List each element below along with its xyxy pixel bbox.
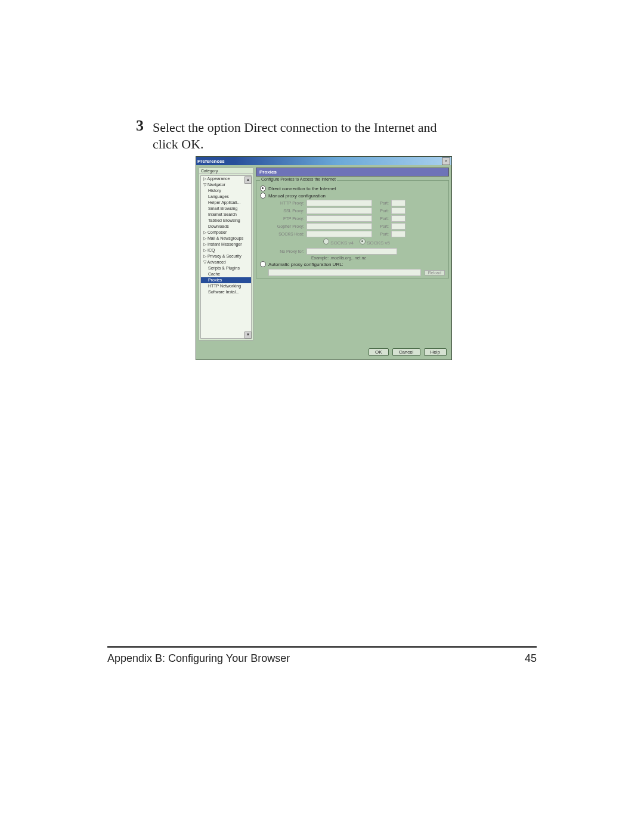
ftp-port-input[interactable] bbox=[391, 215, 405, 222]
step-text-d: OK bbox=[181, 137, 200, 151]
fieldset-legend: Configure Proxies to Access the Internet bbox=[260, 177, 337, 181]
socks-proxy-row: SOCKS Host: Port: bbox=[268, 231, 445, 237]
radio-direct-label: Direct connection to the Internet bbox=[268, 186, 336, 191]
close-button[interactable]: × bbox=[442, 157, 450, 165]
step-text: Select the option Direct connection to t… bbox=[153, 119, 463, 153]
radio-icon[interactable] bbox=[260, 261, 266, 267]
instruction-block: 3 Select the option Direct connection to… bbox=[153, 119, 463, 153]
http-port-input[interactable] bbox=[391, 200, 405, 206]
gopher-proxy-row: Gopher Proxy: Port: bbox=[268, 223, 445, 230]
ftp-proxy-row: FTP Proxy: Port: bbox=[268, 215, 445, 222]
tree-item[interactable]: Smart Browsing bbox=[201, 206, 251, 212]
http-proxy-label: HTTP Proxy: bbox=[268, 201, 304, 205]
tree-item[interactable]: HTTP Networking bbox=[201, 283, 251, 289]
port-label: Port: bbox=[374, 209, 389, 213]
panel-title: Proxies bbox=[256, 168, 449, 176]
ftp-proxy-input[interactable] bbox=[306, 215, 372, 222]
scroll-down-icon[interactable]: ▼ bbox=[244, 332, 252, 339]
ssl-proxy-row: SSL Proxy: Port: bbox=[268, 208, 445, 214]
example-text: Example: .mozilla.org, .net.nz bbox=[311, 256, 445, 260]
socks-v4-label: SOCKS v4 bbox=[330, 240, 354, 246]
dialog-buttons: OK Cancel Help bbox=[369, 348, 447, 356]
footer-left: Appendix B: Configuring Your Browser bbox=[107, 652, 290, 665]
tree-item[interactable]: Downloads bbox=[201, 224, 251, 230]
radio-direct-row[interactable]: Direct connection to the Internet bbox=[260, 185, 445, 191]
tree-item[interactable]: Software Instal... bbox=[201, 289, 251, 295]
noproxy-input[interactable] bbox=[306, 248, 397, 255]
reload-button[interactable]: Reload bbox=[425, 270, 445, 275]
preferences-dialog: Preferences × Category ▷ Appearance▽ Nav… bbox=[196, 156, 452, 360]
content-panel: Proxies Configure Proxies to Access the … bbox=[256, 168, 449, 340]
ssl-proxy-label: SSL Proxy: bbox=[268, 209, 304, 213]
ssl-port-input[interactable] bbox=[391, 208, 405, 214]
proxy-fieldset: Configure Proxies to Access the Internet… bbox=[256, 180, 449, 278]
tree-item[interactable]: ▷ ICQ bbox=[201, 247, 251, 253]
gopher-proxy-input[interactable] bbox=[306, 223, 372, 230]
tree-item[interactable]: Cache bbox=[201, 271, 251, 277]
tree-item[interactable]: ▷ Instant Messenger bbox=[201, 241, 251, 247]
tree-item[interactable]: Tabbed Browsing bbox=[201, 218, 251, 224]
socks-proxy-label: SOCKS Host: bbox=[268, 232, 304, 236]
tree-item[interactable]: ▽ Navigator bbox=[201, 182, 251, 188]
port-label: Port: bbox=[374, 201, 389, 205]
tree-item[interactable]: ▷ Composer bbox=[201, 230, 251, 236]
gopher-proxy-label: Gopher Proxy: bbox=[268, 224, 304, 228]
http-proxy-input[interactable] bbox=[306, 200, 372, 206]
cancel-button[interactable]: Cancel bbox=[392, 348, 420, 356]
step-text-e: . bbox=[200, 137, 204, 151]
port-label: Port: bbox=[374, 232, 389, 236]
radio-manual-row[interactable]: Manual proxy configuration bbox=[260, 193, 445, 199]
socks-proxy-input[interactable] bbox=[306, 231, 372, 237]
radio-auto-row[interactable]: Automatic proxy configuration URL: bbox=[260, 261, 445, 267]
titlebar: Preferences × bbox=[196, 157, 451, 165]
http-proxy-row: HTTP Proxy: Port: bbox=[268, 200, 445, 206]
footer-rule bbox=[107, 646, 537, 648]
tree-item[interactable]: ▷ Appearance bbox=[201, 176, 251, 182]
step-text-a: Select the option bbox=[153, 120, 244, 135]
radio-icon bbox=[360, 239, 366, 244]
ssl-proxy-input[interactable] bbox=[306, 208, 372, 214]
tree-item[interactable]: Internet Search bbox=[201, 212, 251, 218]
noproxy-row: No Proxy for: bbox=[268, 248, 445, 255]
socks-v5-label: SOCKS v5 bbox=[367, 240, 390, 246]
socks-port-input[interactable] bbox=[391, 231, 405, 237]
port-label: Port: bbox=[374, 224, 389, 228]
radio-auto-label: Automatic proxy configuration URL: bbox=[268, 262, 343, 267]
category-tree[interactable]: ▷ Appearance▽ NavigatorHistoryLanguagesH… bbox=[200, 175, 252, 339]
tree-item[interactable]: Languages bbox=[201, 194, 251, 200]
tree-item[interactable]: ▷ Privacy & Security bbox=[201, 253, 251, 259]
category-sidebar: Category ▷ Appearance▽ NavigatorHistoryL… bbox=[199, 168, 253, 340]
radio-icon[interactable] bbox=[260, 185, 266, 191]
auto-url-row: Reload bbox=[260, 269, 445, 276]
help-button[interactable]: Help bbox=[424, 348, 447, 356]
footer-page-number: 45 bbox=[525, 652, 537, 665]
socks-v5-radio[interactable]: SOCKS v5 bbox=[360, 239, 390, 246]
radio-icon bbox=[323, 239, 329, 244]
tree-item[interactable]: ▷ Mail & Newsgroups bbox=[201, 236, 251, 241]
socks-version-row: SOCKS v4 SOCKS v5 bbox=[268, 239, 445, 246]
step-number: 3 bbox=[136, 117, 144, 135]
tree-item[interactable]: History bbox=[201, 188, 251, 194]
noproxy-label: No Proxy for: bbox=[268, 249, 304, 253]
tree-item[interactable]: Helper Applicati... bbox=[201, 200, 251, 206]
socks-v4-radio[interactable]: SOCKS v4 bbox=[323, 239, 354, 246]
gopher-port-input[interactable] bbox=[391, 223, 405, 230]
dialog-title: Preferences bbox=[197, 159, 225, 164]
category-header: Category bbox=[199, 168, 253, 174]
radio-manual-label: Manual proxy configuration bbox=[268, 193, 326, 199]
port-label: Port: bbox=[374, 216, 389, 221]
tree-item[interactable]: ▽ Advanced bbox=[201, 259, 251, 265]
manual-proxy-group: HTTP Proxy: Port: SSL Proxy: Port: bbox=[268, 200, 445, 260]
tree-item[interactable]: Scripts & Plugins bbox=[201, 265, 251, 271]
tree-item[interactable]: Proxies bbox=[201, 277, 251, 283]
ok-button[interactable]: OK bbox=[369, 348, 389, 356]
step-text-b: Direct connection to the Internet bbox=[244, 120, 414, 135]
page-footer: Appendix B: Configuring Your Browser 45 bbox=[107, 646, 537, 665]
scroll-up-icon[interactable]: ▲ bbox=[244, 176, 252, 184]
ftp-proxy-label: FTP Proxy: bbox=[268, 216, 304, 221]
auto-url-input[interactable] bbox=[268, 269, 421, 276]
radio-icon[interactable] bbox=[260, 193, 266, 199]
